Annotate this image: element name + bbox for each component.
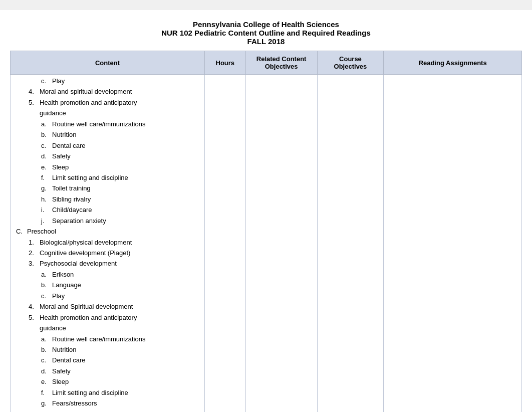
item-text: Preschool (27, 226, 56, 237)
item-label: g. (41, 398, 52, 408)
reading-cell (384, 75, 522, 413)
hours-cell (204, 75, 245, 413)
list-item: c.Play (14, 76, 201, 86)
col-hours: Hours (204, 51, 245, 75)
item-text: Routine well care/immunizations (52, 119, 145, 129)
objectives-cell (245, 75, 317, 413)
list-item: b.Nutrition (14, 129, 201, 140)
item-text: Biological/physical development (40, 237, 132, 248)
item-text: Sleep (52, 376, 69, 387)
list-item: 5.Health promotion and anticipatory (14, 97, 201, 108)
list-item: a.Routine well care/immunizations (14, 119, 201, 129)
list-item: h.Sex education (14, 409, 201, 412)
item-text: Moral and spiritual development (40, 86, 132, 97)
header-row: Content Hours Related Content Objectives… (11, 51, 522, 75)
course-objectives-cell (317, 75, 384, 413)
item-label: c. (41, 291, 52, 301)
item-text: Dental care (52, 355, 85, 365)
item-label: c. (41, 355, 52, 365)
list-item: guidance (14, 108, 201, 118)
item-label: d. (41, 366, 52, 376)
list-item: b.Nutrition (14, 344, 201, 355)
item-label (29, 323, 40, 333)
item-label: b. (41, 344, 52, 355)
item-text: Erikson (52, 269, 74, 280)
item-label: c. (41, 140, 52, 151)
list-item: e.Sleep (14, 162, 201, 172)
item-label: 5. (29, 97, 40, 108)
item-label: f. (41, 387, 52, 398)
item-label: g. (41, 183, 52, 193)
item-label: a. (41, 119, 52, 129)
list-item: 3.Psychosocial development (14, 258, 201, 269)
list-item: g.Toilet training (14, 183, 201, 193)
item-text: Fears/stressors (52, 398, 97, 408)
item-label: h. (41, 194, 52, 204)
item-label: a. (41, 269, 52, 280)
item-text: Cognitive development (Piaget) (40, 248, 130, 258)
item-label: 4. (29, 86, 40, 97)
list-item: f.Limit setting and discipline (14, 172, 201, 183)
item-text: Health promotion and anticipatory (40, 312, 137, 323)
list-item: j.Separation anxiety (14, 216, 201, 226)
list-item: f.Limit setting and discipline (14, 387, 201, 398)
item-text: Nutrition (52, 129, 76, 140)
list-item: guidance (14, 323, 201, 333)
item-text: Child/daycare (52, 204, 92, 215)
list-item: 4.Moral and spiritual development (14, 86, 201, 97)
content-row: c.Play4.Moral and spiritual development5… (11, 75, 522, 413)
list-item: c.Dental care (14, 355, 201, 365)
list-item: b.Language (14, 280, 201, 290)
item-text: Safety (52, 366, 71, 376)
list-item: g.Fears/stressors (14, 398, 201, 408)
item-label: f. (41, 172, 52, 183)
header-line1: Pennsylvania College of Health Sciences (0, 20, 532, 29)
item-text: Dental care (52, 140, 85, 151)
item-text: Limit setting and discipline (52, 172, 128, 183)
item-text: Sex education (52, 409, 93, 412)
main-table: Content Hours Related Content Objectives… (10, 51, 522, 412)
item-text: Moral and Spiritual development (40, 301, 133, 312)
item-text: Psychosocial development (40, 258, 117, 269)
item-text: Nutrition (52, 344, 76, 355)
item-label: e. (41, 376, 52, 387)
list-item: C.Preschool (14, 226, 201, 237)
content-cell: c.Play4.Moral and spiritual development5… (11, 75, 205, 413)
list-item: d.Safety (14, 151, 201, 161)
list-item: 5.Health promotion and anticipatory (14, 312, 201, 323)
item-label: 3. (29, 258, 40, 269)
item-text: Play (52, 76, 65, 86)
list-item: i.Child/daycare (14, 204, 201, 215)
item-label: d. (41, 151, 52, 161)
item-label: e. (41, 162, 52, 172)
item-label: 4. (29, 301, 40, 312)
item-text: Sleep (52, 162, 69, 172)
list-item: e.Sleep (14, 376, 201, 387)
item-label: 5. (29, 312, 40, 323)
list-item: c.Dental care (14, 140, 201, 151)
header-line3: FALL 2018 (0, 37, 532, 46)
item-label (29, 108, 40, 118)
list-item: 2.Cognitive development (Piaget) (14, 248, 201, 258)
item-label: 1. (29, 237, 40, 248)
col-course-objectives: Course Objectives (317, 51, 384, 75)
item-label: c. (41, 76, 52, 86)
list-item: 1.Biological/physical development (14, 237, 201, 248)
page-container: Pennsylvania College of Health Sciences … (0, 10, 532, 412)
list-item: h.Sibling rivalry (14, 194, 201, 204)
item-text: Separation anxiety (52, 216, 106, 226)
col-objectives: Related Content Objectives (245, 51, 317, 75)
header-line2: NUR 102 Pediatric Content Outline and Re… (0, 29, 532, 37)
col-content: Content (11, 51, 205, 75)
item-text: Play (52, 291, 65, 301)
list-item: a.Erikson (14, 269, 201, 280)
item-text: Safety (52, 151, 71, 161)
table-wrapper: Content Hours Related Content Objectives… (0, 51, 532, 412)
item-label: i. (41, 204, 52, 215)
item-text: guidance (40, 323, 66, 333)
item-text: Language (52, 280, 81, 290)
item-label: j. (41, 216, 52, 226)
item-label: h. (41, 409, 52, 412)
item-text: Health promotion and anticipatory (40, 97, 137, 108)
item-text: Toilet training (52, 183, 91, 193)
